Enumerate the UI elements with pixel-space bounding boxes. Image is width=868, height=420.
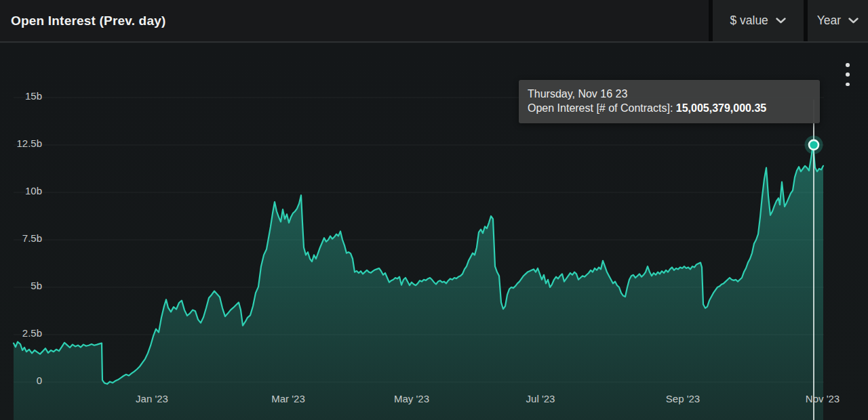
chart-area: 15b12.5b10b7.5b5b2.5b0 Jan '23Mar '23May…: [0, 44, 868, 420]
y-axis-label: 5b: [0, 280, 42, 292]
x-axis-label: Mar '23: [271, 393, 305, 405]
tooltip-series-row: Open Interest [# of Contracts]: 15,005,3…: [528, 101, 811, 115]
tooltip-value: 15,005,379,000.35: [676, 102, 766, 114]
page-title: Open Interest (Prev. day): [0, 14, 709, 28]
open-interest-widget: Open Interest (Prev. day) $ value Year 1…: [0, 0, 868, 420]
highlight-marker: [809, 140, 818, 150]
x-axis-label: Sep '23: [666, 393, 700, 405]
y-axis-label: 15b: [0, 90, 42, 102]
x-axis-label: May '23: [394, 393, 429, 405]
app-header: Open Interest (Prev. day) $ value Year: [0, 0, 868, 43]
timeframe-dropdown[interactable]: Year: [804, 0, 868, 41]
value-unit-dropdown[interactable]: $ value: [709, 0, 804, 41]
y-axis-label: 7.5b: [0, 232, 42, 245]
x-axis-label: Jul '23: [526, 393, 555, 405]
timeframe-dropdown-label: Year: [817, 14, 841, 28]
x-axis-label: Nov '23: [806, 393, 840, 405]
header-controls: $ value Year: [709, 0, 868, 41]
x-axis-label: Jan '23: [136, 393, 168, 405]
tooltip: Thursday, Nov 16 23 Open Interest [# of …: [519, 80, 820, 123]
y-axis-label: 2.5b: [0, 327, 42, 339]
kebab-menu-icon[interactable]: [844, 63, 851, 86]
tooltip-series-label: Open Interest [# of Contracts]:: [528, 102, 676, 114]
y-axis-label: 12.5b: [0, 138, 42, 150]
y-axis-label: 0: [0, 375, 42, 387]
tooltip-date: Thursday, Nov 16 23: [528, 87, 811, 101]
y-axis-label: 10b: [0, 185, 42, 197]
chevron-down-icon: [776, 18, 786, 24]
value-unit-dropdown-label: $ value: [730, 14, 768, 28]
chevron-down-icon: [848, 18, 859, 24]
